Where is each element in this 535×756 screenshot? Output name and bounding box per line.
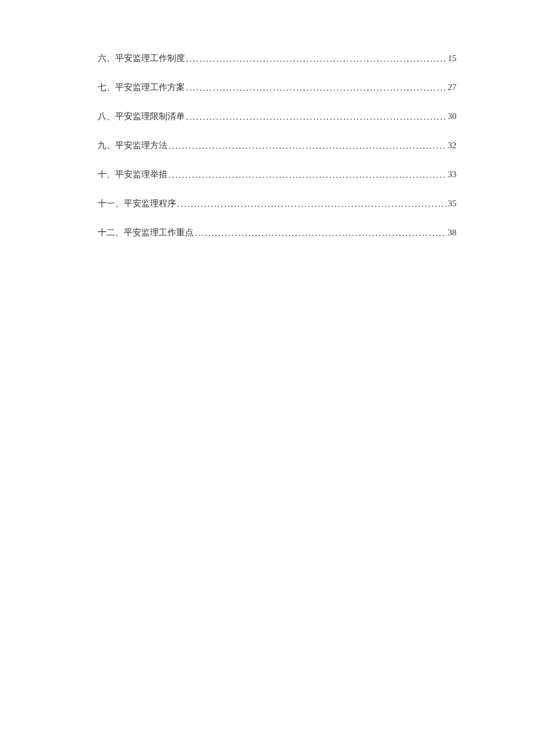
toc-entry-page: 15 — [448, 51, 456, 65]
toc-entry: 六、平安监理工作制度 15 — [98, 51, 456, 65]
toc-entry-title: 九、平安监理方法 — [98, 138, 167, 152]
toc-entry: 八、平安监理限制清单 30 — [98, 109, 456, 123]
table-of-contents: 六、平安监理工作制度 15 七、平安监理工作方案 27 八、平安监理限制清单 3… — [98, 51, 456, 239]
toc-entry-page: 35 — [448, 196, 456, 210]
toc-entry-page: 32 — [448, 138, 456, 152]
toc-entry-page: 27 — [448, 80, 456, 94]
toc-entry-page: 38 — [448, 225, 456, 239]
toc-dots — [169, 168, 447, 182]
toc-entry-title: 七、平安监理工作方案 — [98, 80, 185, 94]
toc-dots — [186, 52, 447, 66]
toc-entry-title: 十、平安监理举措 — [98, 167, 167, 181]
toc-entry-page: 33 — [448, 167, 456, 181]
toc-entry: 十一、平安监理程序 35 — [98, 196, 456, 210]
toc-dots — [186, 81, 447, 95]
toc-entry: 九、平安监理方法 32 — [98, 138, 456, 152]
toc-entry-title: 十二、平安监理工作重点 — [98, 225, 194, 239]
toc-entry-title: 八、平安监理限制清单 — [98, 109, 185, 123]
toc-entry-title: 六、平安监理工作制度 — [98, 51, 185, 65]
toc-dots — [186, 110, 447, 124]
toc-entry: 十、平安监理举措 33 — [98, 167, 456, 181]
toc-entry: 七、平安监理工作方案 27 — [98, 80, 456, 94]
toc-entry-page: 30 — [448, 109, 456, 123]
toc-dots — [195, 226, 447, 240]
toc-dots — [169, 139, 447, 153]
toc-dots — [177, 197, 447, 211]
toc-entry-title: 十一、平安监理程序 — [98, 196, 176, 210]
toc-entry: 十二、平安监理工作重点 38 — [98, 225, 456, 239]
